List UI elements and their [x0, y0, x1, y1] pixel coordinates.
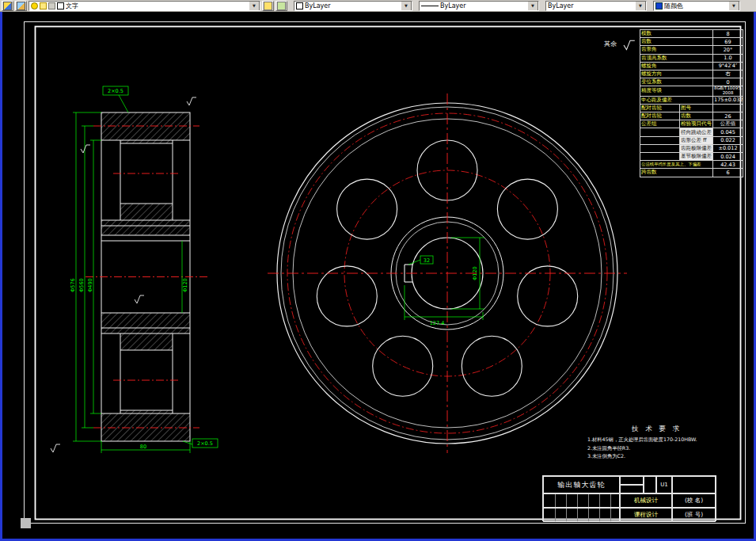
param-cell: 图号	[680, 104, 713, 112]
param-row: 螺旋方向右	[640, 70, 743, 78]
param-cell: 检验项目代号	[680, 120, 713, 128]
param-cell: 175±0.032	[713, 96, 743, 104]
tech-req-item: 3.未注倒角为C2.	[587, 452, 726, 461]
layer-previous-icon	[277, 2, 286, 10]
current-color: ByLayer	[305, 2, 399, 10]
course-name-1: 机械设计	[620, 493, 672, 508]
grid-line	[610, 494, 611, 507]
param-cell: 公差值	[713, 120, 743, 128]
title-block-cell	[644, 476, 656, 493]
param-cell	[640, 152, 680, 160]
param-cell: 螺旋方向	[640, 70, 713, 78]
grid-line	[588, 509, 589, 521]
class-number: (班 号)	[672, 508, 716, 522]
title-block-cell	[620, 476, 644, 485]
color-dropdown[interactable]: ByLayer ▼	[294, 1, 412, 11]
layer-states-button[interactable]	[15, 1, 27, 11]
chevron-down-icon[interactable]: ▼	[728, 1, 739, 11]
param-row: 基节极限偏差 fpb0.024	[640, 152, 743, 160]
param-cell: 模数	[640, 30, 713, 38]
param-cell	[640, 136, 680, 144]
title-block-cell	[672, 476, 716, 493]
grid-line	[588, 494, 589, 507]
param-row: 齿形角20°	[640, 46, 743, 54]
linetype-dropdown[interactable]: ByLayer ▼	[419, 1, 539, 11]
layer-previous-button[interactable]	[275, 1, 287, 11]
grid-line	[555, 509, 556, 521]
param-cell: 配对齿轮	[640, 104, 680, 112]
param-cell: ±0.012	[713, 144, 743, 152]
param-row: 径向跳动公差 Fr0.045	[640, 128, 743, 136]
param-cell: 6	[713, 169, 743, 177]
grid-line	[599, 509, 600, 521]
param-cell: 配对齿轮	[640, 112, 680, 120]
lineweight-dropdown[interactable]: ByLayer ▼	[545, 1, 647, 11]
title-block-signature-row	[543, 508, 620, 522]
param-row: 公法线平均长度及其上、下偏差42.43	[640, 161, 743, 169]
param-cell: 中心距及偏差	[640, 96, 713, 104]
school-name: (校 名)	[672, 493, 716, 508]
chevron-down-icon[interactable]: ▼	[249, 1, 260, 11]
param-row: 精度等级8GB/T10095.1-2008	[640, 86, 743, 96]
gear-param-table-body: 模数8齿数69齿形角20°齿顶高系数1.0螺旋角9°42′4″螺旋方向右变位系数…	[640, 30, 743, 177]
title-block-cell	[620, 485, 644, 493]
chevron-down-icon[interactable]: ▼	[635, 1, 646, 11]
param-cell: 0.024	[713, 152, 743, 160]
param-row: 配对齿轮齿数26	[640, 112, 743, 120]
tech-req-title: 技 术 要 求	[587, 425, 726, 434]
param-cell: 螺旋角	[640, 62, 713, 70]
plot-style-swatch-icon	[655, 2, 663, 10]
param-cell	[640, 144, 680, 152]
make-object-layer-current-button[interactable]	[262, 1, 274, 11]
param-cell: 齿距极限偏差 fpt	[680, 144, 713, 152]
param-row: 齿距极限偏差 fpt±0.012	[640, 144, 743, 152]
param-row: 变位系数0	[640, 78, 743, 86]
plot-style-dropdown[interactable]: 随颜色 ▼	[653, 1, 740, 11]
part-name: 输出轴大齿轮	[543, 476, 620, 493]
param-cell: 42.43	[713, 161, 743, 169]
param-row: 螺旋角9°42′4″	[640, 62, 743, 70]
param-cell: 公差组	[640, 120, 680, 128]
param-cell: 径向跳动公差 Fr	[680, 128, 713, 136]
grid-line	[577, 509, 578, 521]
param-cell	[713, 104, 743, 112]
chevron-down-icon[interactable]: ▼	[527, 1, 538, 11]
param-cell: 齿形角	[640, 46, 713, 54]
param-row: 齿数69	[640, 38, 743, 46]
param-cell: 公法线平均长度及其上、下偏差	[640, 161, 713, 169]
param-cell: 齿形公差 ff	[680, 136, 713, 144]
param-row: 配对齿轮图号	[640, 104, 743, 112]
param-cell: 8GB/T10095.1-2008	[713, 86, 743, 96]
param-cell: 基节极限偏差 fpb	[680, 152, 713, 160]
layer-lock-icon	[48, 2, 55, 10]
grid-line	[577, 494, 578, 507]
layer-on-icon	[31, 2, 38, 10]
chevron-down-icon[interactable]: ▼	[401, 1, 412, 11]
current-lineweight: ByLayer	[548, 2, 633, 10]
param-row: 中心距及偏差175±0.032	[640, 96, 743, 104]
param-cell: 跨齿数	[640, 169, 713, 177]
current-layer-name: 文字	[66, 2, 247, 10]
param-row: 公差组检验项目代号公差值	[640, 120, 743, 128]
param-cell: 1.0	[713, 54, 743, 62]
param-cell: 20°	[713, 46, 743, 54]
window-border-left	[0, 12, 2, 539]
tech-req-item: 1.材料45钢，正火处理后齿面硬度170-210HBW.	[587, 436, 726, 444]
param-cell: 精度等级	[640, 86, 713, 96]
param-cell: 69	[713, 38, 743, 46]
current-plot-style: 随颜色	[664, 2, 727, 10]
layer-dropdown[interactable]: 文字 ▼	[28, 1, 260, 11]
param-row: 模数8	[640, 30, 743, 38]
layer-properties-button[interactable]	[2, 1, 13, 11]
param-row: 齿顶高系数1.0	[640, 54, 743, 62]
tech-requirements: 技 术 要 求 1.材料45钢，正火处理后齿面硬度170-210HBW.2.未注…	[587, 425, 726, 461]
param-cell: 26	[713, 112, 743, 120]
param-cell: 0.045	[713, 128, 743, 136]
param-cell	[640, 128, 680, 136]
title-block-signature-row	[543, 493, 620, 508]
param-row: 齿形公差 ff0.022	[640, 136, 743, 144]
color-swatch-icon	[296, 2, 303, 10]
param-row: 跨齿数6	[640, 169, 743, 177]
layer-state-icon	[17, 2, 25, 10]
layer-color-swatch-icon	[57, 2, 64, 10]
